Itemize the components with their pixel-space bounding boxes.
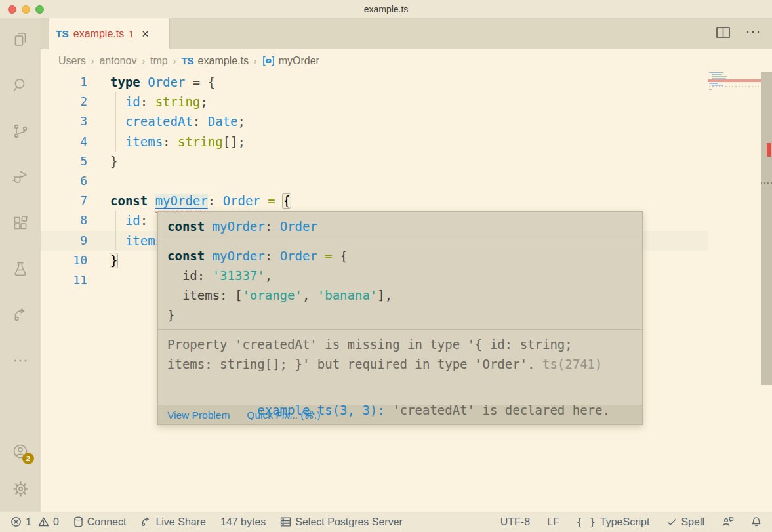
testing-icon[interactable]: [10, 259, 30, 279]
hover-declaration-line: example.ts(3, 3): 'createdAt' is declare…: [167, 380, 633, 400]
feedback-icon[interactable]: [721, 516, 734, 527]
code-line[interactable]: 6: [41, 171, 708, 191]
typescript-file-icon: TS: [56, 28, 69, 40]
line-number: 8: [41, 211, 87, 230]
search-icon[interactable]: [10, 75, 30, 95]
symbol-variable-icon: [262, 55, 275, 67]
line-number: 6: [41, 171, 87, 191]
database-icon: [73, 516, 83, 527]
accounts-badge: 2: [22, 453, 34, 464]
quick-fix-link[interactable]: Quick Fix... (⌘.): [247, 409, 320, 421]
extensions-icon[interactable]: [10, 213, 30, 233]
code-line[interactable]: 1type Order = {: [41, 72, 708, 92]
error-identifier[interactable]: myOrder: [155, 194, 208, 208]
warning-triangle-icon: [38, 516, 49, 527]
chevron-right-icon: ›: [254, 56, 257, 66]
editor-more-actions-icon[interactable]: ···: [746, 31, 762, 37]
accounts-icon[interactable]: 2: [10, 442, 30, 462]
line-number: 10: [41, 251, 87, 270]
breadcrumb-file[interactable]: TS example.ts: [181, 55, 249, 67]
code-line[interactable]: 4 items: string[];: [41, 132, 708, 152]
line-number: 2: [41, 92, 87, 112]
typescript-file-icon: TS: [181, 55, 193, 66]
status-file-size[interactable]: 147 bytes: [220, 516, 266, 528]
scrollbar-slider[interactable]: [761, 72, 772, 385]
line-number: 7: [41, 191, 87, 211]
status-eol[interactable]: LF: [547, 516, 559, 528]
status-problems[interactable]: 1 0: [10, 516, 59, 528]
status-bar: 1 0 Connect Live Share 147 bytes Select …: [0, 512, 772, 532]
line-number: 3: [41, 112, 87, 131]
server-icon: [280, 516, 291, 527]
error-code: ts(2741): [542, 357, 603, 371]
view-problem-link[interactable]: View Problem: [167, 409, 230, 421]
code-line[interactable]: 3 createdAt: Date;: [41, 112, 708, 131]
tab-close-icon[interactable]: ×: [142, 28, 149, 40]
title-bar: example.ts: [0, 0, 772, 18]
chevron-right-icon: ›: [142, 56, 145, 66]
line-number: 9: [41, 231, 87, 251]
status-spell[interactable]: Spell: [666, 516, 704, 528]
bell-icon[interactable]: [751, 516, 762, 527]
error-circle-icon: [10, 516, 22, 527]
explorer-icon[interactable]: [10, 30, 30, 49]
hover-signature: const myOrder: Order: [167, 216, 633, 236]
hover-tooltip: const myOrder: Order const myOrder: Orde…: [157, 211, 643, 425]
breadcrumb-item[interactable]: tmp: [150, 55, 168, 67]
breadcrumb-item[interactable]: Users: [58, 55, 86, 67]
status-language[interactable]: { } TypeScript: [577, 516, 650, 528]
chevron-right-icon: ›: [173, 56, 176, 66]
minimap[interactable]: [708, 72, 761, 387]
activity-bar: 2: [0, 18, 41, 512]
chevron-right-icon: ›: [91, 56, 94, 66]
breadcrumb-symbol[interactable]: myOrder: [262, 55, 319, 67]
braces-icon: { }: [577, 516, 596, 528]
line-number: 1: [41, 72, 87, 92]
source-control-icon[interactable]: [10, 121, 30, 141]
tab-problem-count: 1: [129, 29, 134, 39]
status-connect[interactable]: Connect: [73, 516, 127, 528]
overview-error-marker: [767, 143, 771, 157]
code-editor[interactable]: 1type Order = {2 id: string;3 createdAt:…: [41, 72, 772, 512]
breadcrumb-item[interactable]: antonov: [99, 55, 136, 67]
check-icon: [666, 517, 677, 527]
more-actions-icon[interactable]: [10, 351, 30, 371]
status-encoding[interactable]: UTF-8: [500, 516, 530, 528]
line-number: 5: [41, 152, 87, 171]
minimap-error-line: [708, 79, 761, 82]
line-number: 11: [41, 270, 87, 290]
scrollbar[interactable]: [761, 72, 772, 512]
window-title: example.ts: [0, 4, 772, 14]
hover-code-block: const myOrder: Order = { id: '31337', it…: [158, 241, 642, 329]
live-share-icon[interactable]: [10, 305, 30, 325]
tab-file-name: example.ts: [73, 28, 124, 40]
tab-example-ts[interactable]: TS example.ts 1 ×: [49, 18, 170, 49]
line-number: 4: [41, 132, 87, 152]
split-editor-icon[interactable]: [716, 27, 730, 41]
run-and-debug-icon[interactable]: [10, 167, 30, 187]
code-line[interactable]: 2 id: string;: [41, 92, 708, 112]
code-line[interactable]: 7const myOrder: Order = {: [41, 191, 708, 211]
code-line[interactable]: 5}: [41, 152, 708, 171]
status-postgres[interactable]: Select Postgres Server: [280, 516, 403, 528]
status-live-share[interactable]: Live Share: [140, 516, 206, 528]
tab-bar: TS example.ts 1 × ···: [41, 18, 772, 49]
hover-error-message: Property 'createdAt' is missing in type …: [167, 335, 633, 374]
breadcrumb: Users › antonov › tmp › TS example.ts › …: [41, 49, 772, 72]
overview-cursor-marker: [761, 182, 772, 184]
live-share-icon: [140, 516, 152, 527]
settings-gear-icon[interactable]: [10, 479, 30, 499]
